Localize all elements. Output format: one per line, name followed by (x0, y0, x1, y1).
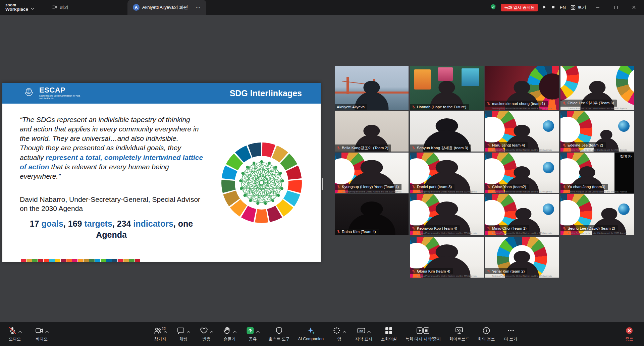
chevron-up-icon[interactable] (343, 328, 346, 334)
toolbar-share-button[interactable]: 공유 (245, 327, 260, 342)
participant-count: 22 (162, 327, 166, 331)
video-tile[interactable]: Training Program on the United Nations a… (485, 194, 559, 235)
toolbar-video-button[interactable]: 비디오 (34, 327, 49, 342)
virtual-bg-caption: Training Program on the United Nations a… (560, 190, 634, 193)
toolbar-info-button[interactable]: 회의 정보 (478, 327, 495, 342)
toolbar-participants-button[interactable]: 22참가자 (153, 327, 167, 342)
virtual-bg-caption: Training Program on the United Nations a… (560, 149, 634, 151)
chevron-up-icon[interactable] (210, 328, 213, 334)
security-shield-icon[interactable] (490, 4, 496, 11)
toolbar-record-button[interactable]: 녹화 다시 시작/중지 (405, 327, 441, 342)
video-tile[interactable]: Training Program on the United Nations a… (560, 111, 634, 152)
chevron-up-icon[interactable] (233, 328, 236, 334)
quote-attribution: David Nabarro, Under-Secretary-General, … (20, 195, 209, 213)
video-tile[interactable]: Training Program on the United Nations a… (335, 153, 409, 193)
minimize-button[interactable] (591, 0, 604, 15)
slide-header: ESCAP Economic and Social Commission for… (2, 83, 321, 104)
video-tile[interactable]: Akniyetti Aliyeva (335, 66, 409, 110)
virtual-bg-caption: Training Program on the United Nations a… (410, 190, 484, 193)
toolbar-label: 호스트 도구 (268, 336, 289, 342)
toolbar-label: 비디오 (36, 336, 48, 342)
stop-recording-icon[interactable] (551, 4, 555, 10)
participants-icon (153, 326, 162, 336)
close-button[interactable] (627, 0, 641, 15)
video-tile[interactable]: Training Program on the United Nations a… (410, 237, 484, 278)
toolbar-label: 앱 (337, 336, 341, 342)
video-tile[interactable]: Training Program on the United Nations a… (485, 111, 559, 152)
tab-shared-screen-label: Akniyetti Aliyeva의 화면 (142, 4, 188, 10)
participant-name-label: Seoyun Kang 강세윤 (team 3) (410, 145, 471, 152)
toolbar-end-button[interactable]: 종료 (622, 327, 637, 342)
raise-hand-icon (223, 326, 231, 336)
participant-name: Yu chan Jang (team3) (568, 185, 605, 189)
video-tile[interactable]: Raina Kim (Team 4) (335, 194, 409, 235)
toolbar-label: 소회의실 (381, 336, 397, 342)
virtual-bg-caption: Training Program on the United Nations a… (560, 232, 634, 234)
video-tile[interactable]: Training Program on the United Nations a… (410, 153, 484, 193)
chevron-down-icon[interactable] (31, 5, 34, 11)
toolbar-whiteboard-button[interactable]: 화이트보드 (449, 327, 469, 342)
video-tile[interactable]: Training Program on the United Nations a… (410, 194, 484, 235)
toolbar-label: 참가자 (154, 336, 166, 342)
video-tile[interactable]: Hannah (Hope to the Future) (410, 66, 484, 110)
toolbar-apps-button[interactable]: 앱 (332, 327, 347, 342)
participant-name: mackenzie nari chung (team 1) (492, 102, 545, 106)
resume-recording-icon[interactable] (542, 4, 546, 10)
tab-meeting[interactable]: 회의 (46, 0, 74, 15)
participant-name: Akniyetti Aliyeva (337, 105, 365, 109)
stats-text: , 234 (112, 219, 133, 228)
toolbar-label: 녹화 다시 시작/중지 (405, 336, 441, 342)
panel-resize-handle[interactable] (322, 178, 323, 190)
chevron-up-icon[interactable] (45, 328, 49, 334)
toolbar-captions-button[interactable]: CC자막 표시 (355, 327, 372, 342)
toolbar-breakout-button[interactable]: 소회의실 (381, 327, 397, 342)
video-tile[interactable]: Training Program on the United Nations a… (485, 237, 559, 278)
video-tile[interactable]: Bella Kang강조아 (Team 2) (335, 111, 409, 152)
participant-name: Minjo Choi (Team 1) (492, 226, 527, 230)
video-tile[interactable]: Training Program on the United Nations a… (485, 153, 559, 193)
video-tile[interactable]: Training Program on the United Nations a… (560, 66, 634, 110)
audio-icon (8, 326, 17, 336)
tab-meeting-label: 회의 (60, 4, 68, 10)
toolbar-chat-button[interactable]: 채팅 (176, 327, 191, 342)
globe-graphic (543, 162, 554, 173)
participant-name: Yeriel Kim (team 2) (492, 269, 525, 273)
toolbar-label: 반응 (202, 336, 210, 342)
maximize-button[interactable] (609, 0, 623, 15)
reactions-icon (200, 326, 208, 336)
chevron-up-icon[interactable] (256, 328, 260, 334)
video-tile[interactable]: Seoyun Kang 강세윤 (team 3) (410, 111, 484, 152)
muted-mic-icon (412, 270, 416, 273)
toolbar-label: AI Companion (298, 337, 324, 341)
globe-graphic (543, 120, 554, 132)
participant-name-label: Yeriel Kim (team 2) (485, 268, 527, 274)
toolbar-ai-companion-button[interactable]: AI Companion (298, 327, 324, 341)
host-tools-icon (275, 326, 283, 336)
tab-options-icon[interactable]: ⋯ (196, 4, 201, 10)
toolbar-audio-button[interactable]: 오디오 (7, 327, 22, 342)
escap-subtitle: Economic and Social Commission for Asia … (39, 95, 83, 100)
muted-mic-icon (487, 102, 491, 106)
video-tile[interactable]: 장유찬Training Program on the United Nation… (560, 153, 634, 193)
virtual-bg-caption: Training Program on the United Nations a… (410, 275, 484, 277)
tab-shared-screen[interactable]: A Akniyetti Aliyeva의 화면 ⋯ (127, 0, 206, 15)
chevron-up-icon[interactable] (367, 328, 371, 334)
zoom-workplace-logo: zoom Workplace (0, 3, 30, 12)
chevron-up-icon[interactable] (18, 328, 22, 334)
video-tile[interactable]: Training Program on the United Nations a… (485, 66, 559, 110)
more-icon (506, 326, 515, 336)
chevron-up-icon[interactable] (187, 328, 190, 334)
participant-name: Seoyun Kang 강세윤 (team 3) (417, 146, 468, 151)
toolbar-raise-hand-button[interactable]: 손들기 (222, 327, 237, 342)
workplace-logo-text: Workplace (5, 7, 28, 12)
toolbar-label: 화이트보드 (449, 336, 469, 342)
share-icon (246, 326, 255, 336)
toolbar-more-button[interactable]: 더 보기 (503, 327, 518, 342)
video-tile[interactable]: Training Program on the United Nations a… (560, 194, 634, 235)
participant-name-label: Hannah (Hope to the Future) (410, 104, 469, 110)
toolbar-reactions-button[interactable]: 반응 (199, 327, 214, 342)
language-button[interactable]: EN (560, 5, 566, 10)
participant-name-label: Kyungsup (Henry) Yoon (Team 4) (335, 184, 401, 190)
view-button[interactable]: 보기 (571, 4, 586, 10)
toolbar-host-tools-button[interactable]: 호스트 도구 (268, 327, 289, 342)
